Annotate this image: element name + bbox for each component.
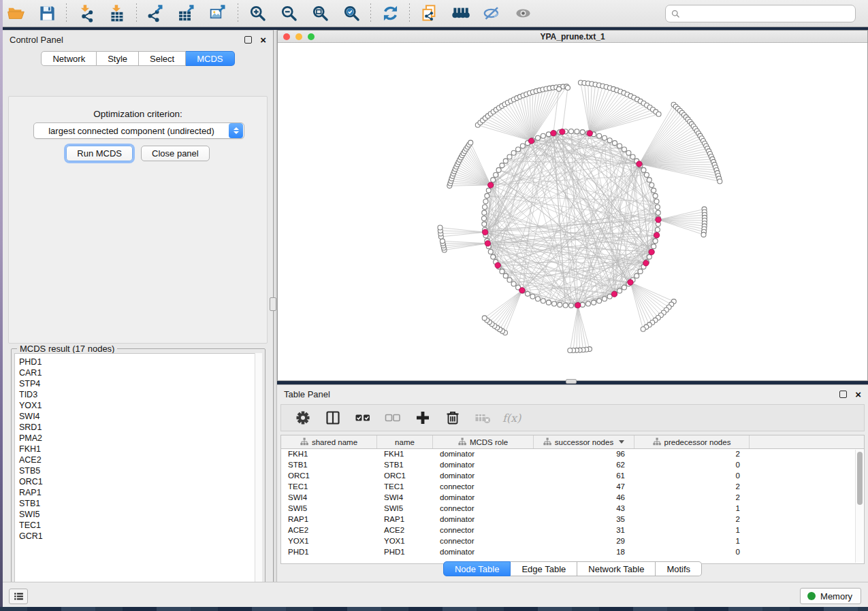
search-box[interactable] [665,5,856,22]
cell-MCDS-role: connector [433,525,534,536]
column-header-predecessor-nodes[interactable]: predecessor nodes [634,435,750,448]
table-row[interactable]: SWI4SWI4dominator462 [281,493,864,503]
network-documents-icon[interactable] [417,3,440,24]
table-header-row: shared namenameMCDS rolesuccessor nodesp… [281,435,864,449]
close-panel-icon[interactable]: × [260,36,266,44]
column-header-successor-nodes[interactable]: successor nodes [534,435,634,448]
mcds-node-item[interactable]: TEC1 [19,520,261,531]
table-row[interactable]: STB1STB1dominator620 [281,460,864,471]
mcds-node-item[interactable]: SWI5 [19,509,261,520]
columns-icon[interactable] [321,408,344,428]
table-row[interactable]: TEC1TEC1connector472 [281,482,864,493]
run-mcds-button[interactable]: Run MCDS [66,146,133,161]
mcds-node-item[interactable]: ORC1 [19,476,261,487]
cell-MCDS-role: dominator [433,471,534,482]
table-row[interactable]: SWI5SWI5connector431 [281,503,864,514]
tab-node-table[interactable]: Node Table [443,561,511,576]
mcds-node-item[interactable]: PMA2 [19,433,261,444]
float-table-panel-icon[interactable] [839,391,847,398]
mcds-node-item[interactable]: ACE2 [19,455,261,465]
toolbar-separator [66,3,67,24]
toolbar-separator [238,3,238,24]
tab-mcds[interactable]: MCDS [186,51,234,66]
cell-predecessor-nodes: 0 [634,471,750,482]
zoom-in-icon[interactable] [246,3,269,24]
network-window-titlebar[interactable]: YPA_prune.txt_1 [278,31,867,43]
cell-shared-name: ORC1 [281,471,377,482]
network-canvas[interactable] [278,43,867,380]
plus-icon[interactable] [411,408,434,428]
cell-successor-nodes: 29 [534,536,634,547]
tab-network-table[interactable]: Network Table [577,561,656,576]
vertical-splitter-handle[interactable] [270,297,276,311]
tab-motifs[interactable]: Motifs [656,561,702,576]
mcds-node-item[interactable]: GCR1 [19,531,261,542]
column-header-name[interactable]: name [377,435,433,448]
criterion-dropdown[interactable]: largest connected component (undirected) [33,122,244,139]
cell-MCDS-role: dominator [433,449,534,460]
import-table-icon[interactable] [106,3,129,24]
mcds-node-item[interactable]: YOX1 [19,400,261,411]
zoom-selected-icon[interactable] [340,3,363,24]
zoom-out-icon[interactable] [277,3,300,24]
binoculars-icon[interactable] [449,3,472,24]
mcds-node-item[interactable]: CAR1 [19,367,261,378]
tab-style[interactable]: Style [97,51,139,66]
mcds-node-item[interactable]: RAP1 [19,487,261,498]
mcds-node-item[interactable]: STB1 [19,498,261,509]
node-table: shared namenameMCDS rolesuccessor nodesp… [280,435,865,564]
export-image-icon[interactable] [207,3,230,24]
close-table-panel-icon[interactable]: × [855,391,861,398]
tab-select[interactable]: Select [139,51,186,66]
check-pair-icon[interactable] [351,408,374,428]
open-folder-icon[interactable] [4,3,27,24]
toggle-visibility-icon[interactable] [480,3,503,24]
tab-edge-table[interactable]: Edge Table [511,561,577,576]
close-panel-button[interactable]: Close panel [141,146,210,161]
tab-network[interactable]: Network [41,51,97,66]
status-menu-button[interactable] [9,589,28,604]
search-input[interactable] [681,7,855,20]
fx-icon: f(x) [501,408,524,428]
zoom-fit-icon[interactable] [308,3,332,24]
uncheck-pair-icon[interactable] [381,408,404,428]
mcds-list-scrollbar[interactable] [255,353,262,597]
export-table-icon[interactable] [176,3,199,24]
mcds-node-item[interactable]: SRD1 [19,422,261,433]
toolbar-separator [370,3,371,24]
mcds-node-item[interactable]: PHD1 [19,357,261,367]
eye-icon[interactable] [511,3,534,24]
horizontal-splitter-handle[interactable] [566,379,577,384]
mcds-node-item[interactable]: TID3 [19,389,261,400]
mcds-node-item[interactable]: STB5 [19,465,261,476]
refresh-icon[interactable] [379,3,402,24]
dropdown-stepper-icon [229,123,243,138]
column-header-shared-name[interactable]: shared name [281,435,377,448]
desktop-bottom-strip [0,607,868,611]
trash-icon[interactable] [441,408,464,428]
mcds-node-item[interactable]: FKH1 [19,444,261,455]
cell-name: ORC1 [377,471,433,482]
mcds-node-item[interactable]: STP4 [19,378,261,389]
table-row[interactable]: ORC1ORC1dominator610 [281,471,864,482]
table-row[interactable]: PHD1PHD1dominator180 [281,547,864,558]
search-icon [671,9,681,19]
import-network-icon[interactable] [74,3,97,24]
cell-successor-nodes: 46 [534,493,634,503]
save-icon[interactable] [35,3,59,24]
cell-shared-name: PHD1 [281,547,377,558]
table-row[interactable]: YOX1YOX1connector291 [281,536,864,547]
table-scrollbar[interactable] [855,450,863,563]
table-row[interactable]: RAP1RAP1dominator352 [281,514,864,525]
export-network-icon[interactable] [144,3,167,24]
float-panel-icon[interactable] [244,36,252,44]
memory-button[interactable]: Memory [800,588,861,604]
mcds-node-item[interactable]: SWI4 [19,411,261,422]
table-scrollbar-thumb[interactable] [857,452,863,505]
table-row[interactable]: ACE2ACE2connector311 [281,525,864,536]
column-header-MCDS-role[interactable]: MCDS role [433,435,534,448]
memory-label: Memory [820,591,852,601]
cell-MCDS-role: connector [433,482,534,493]
table-row[interactable]: FKH1FKH1dominator962 [281,449,864,460]
gear-icon[interactable] [291,408,315,428]
